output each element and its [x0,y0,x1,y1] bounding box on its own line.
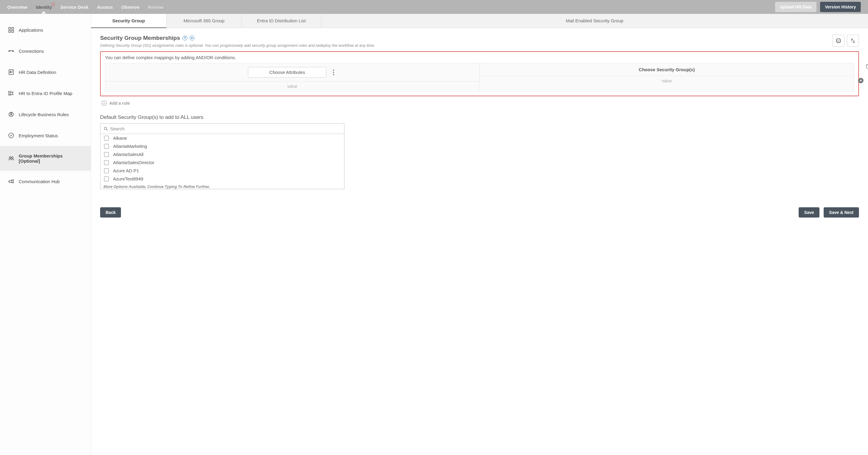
group-option[interactable]: AtlantaMarketing [100,142,344,150]
sidebar-item-label: HR Data Definition [19,70,56,75]
svg-rect-1 [12,27,13,29]
megaphone-icon [8,178,14,185]
sidebar-item-employment-status[interactable]: Employment Status [0,125,91,146]
more-options-note: More Options Available, Continue Typing … [100,183,344,189]
rule-hint-text: You can define complex mappings by addin… [105,55,854,60]
main-content: Security GroupMicrosoft 365 GroupEntra I… [91,14,868,455]
add-group-value-icon[interactable]: + [858,78,864,83]
choose-groups-heading: Choose Security Group(s) [639,67,695,72]
group-option-checkbox[interactable] [104,169,109,173]
swap-arrows-button[interactable] [847,35,859,47]
group-option[interactable]: Alkane [100,134,344,142]
topnav-item-identity[interactable]: Identity! [36,1,52,13]
svg-marker-15 [191,37,193,39]
sidebar-item-label: HR to Entra ID Profile Map [19,91,72,96]
sidebar-item-communication-hub[interactable]: Communication Hub [0,171,91,192]
subtab-security-group[interactable]: Security Group [91,14,166,28]
connections-icon [8,48,14,54]
add-rule-label: Add a rule [109,101,130,105]
group-option[interactable]: AtlantaSalesAll [100,150,344,158]
plus-circle-icon: + [101,100,107,106]
section-description: Defining Security Group (SG) assignments… [100,43,375,48]
group-option-checkbox[interactable] [104,144,109,149]
section-title: Security Group Memberships [100,35,180,41]
svg-point-5 [13,51,14,52]
sidebar-item-connections[interactable]: Connections [0,40,91,62]
sidebar-item-lifecycle-business-rules[interactable]: Lifecycle Business Rules [0,104,91,125]
attribute-menu-icon[interactable] [331,70,337,75]
sidebar-item-hr-data-definition[interactable]: HR Data Definition [0,62,91,83]
subtab-entra-id-distribution-list[interactable]: Entra ID Distribution List [242,14,321,28]
svg-point-12 [9,133,14,138]
choose-attributes-button[interactable]: Choose Attributes [248,67,326,78]
topnav-item-access[interactable]: Access [97,1,113,13]
sidebar-item-label: Lifecycle Business Rules [19,112,69,117]
search-icon [103,126,108,131]
subtabs: Security GroupMicrosoft 365 GroupEntra I… [91,14,868,28]
topnav-item-review[interactable]: Review [148,1,163,13]
sidebar-item-group-memberships-optional-[interactable]: Group Memberships [Optional] [0,146,91,171]
back-button[interactable]: Back [100,207,121,217]
svg-rect-3 [12,30,13,32]
group-option-label: AtlantaSalesAll [113,152,144,157]
sidebar-item-label: Employment Status [19,133,58,138]
save-button[interactable]: Save [799,207,819,217]
topnav-item-observe[interactable]: Observe [121,1,140,13]
group-option-label: Alkane [113,135,127,141]
group-value-placeholder[interactable]: value + [480,76,854,86]
group-option-checkbox[interactable] [104,152,109,157]
ai-chip-button[interactable]: AI [832,35,844,47]
group-option[interactable]: Azure AD P1 [100,166,344,175]
save-next-button[interactable]: Save & Next [824,207,859,217]
sidebar: ApplicationsConnectionsHR Data Definitio… [0,14,91,455]
svg-rect-9 [9,94,11,95]
svg-rect-8 [9,91,11,93]
svg-point-11 [10,113,12,114]
top-nav: OverviewIdentity!Service DeskAccessObser… [7,1,775,13]
profile-map-icon [8,90,14,96]
topbar-actions: Upload HR Data Version History [775,2,861,12]
default-groups-heading: Default Security Group(s) to add to ALL … [100,114,859,120]
help-icon[interactable]: ? [183,36,187,40]
attribute-value-placeholder[interactable]: value [105,81,479,91]
group-search-input[interactable] [110,126,341,131]
svg-point-14 [11,157,13,159]
topnav-item-service-desk[interactable]: Service Desk [60,1,88,13]
add-rule-button[interactable]: + Add a rule [101,100,858,106]
group-option-label: AzureTest8949 [113,176,143,181]
svg-point-4 [9,51,10,52]
sidebar-item-hr-to-entra-id-profile-map[interactable]: HR to Entra ID Profile Map [0,83,91,104]
group-option-label: Azure AD P1 [113,168,139,173]
svg-point-7 [10,71,11,72]
topnav-item-overview[interactable]: Overview [7,1,27,13]
sidebar-item-label: Communication Hub [19,179,60,184]
rule-table: Choose Attributes value Choose Security … [105,63,854,91]
group-option-checkbox[interactable] [104,177,109,181]
group-option-label: AtlantaSalesDirector [113,160,154,165]
hr-data-icon [8,69,14,75]
top-bar: OverviewIdentity!Service DeskAccessObser… [0,0,868,14]
svg-point-18 [104,127,107,129]
status-icon [8,132,14,139]
svg-rect-0 [9,27,10,29]
svg-point-13 [9,157,11,159]
sidebar-item-applications[interactable]: Applications [0,19,91,40]
group-option-label: AtlantaMarketing [113,144,147,149]
upload-hr-data-button[interactable]: Upload HR Data [775,2,817,12]
alert-badge-icon: ! [51,3,55,6]
play-video-icon[interactable] [190,36,194,40]
sidebar-item-label: Applications [19,27,43,33]
lifecycle-icon [8,111,14,118]
version-history-button[interactable]: Version History [820,2,861,12]
sidebar-item-label: Group Memberships [Optional] [19,153,83,163]
subtab-microsoft-365-group[interactable]: Microsoft 365 Group [166,14,242,28]
group-picker: AlkaneAtlantaMarketingAtlantaSalesAllAtl… [100,123,344,189]
groups-icon [8,155,14,162]
group-options-list[interactable]: AlkaneAtlantaMarketingAtlantaSalesAllAtl… [100,134,344,189]
delete-rule-icon[interactable] [865,63,868,70]
group-option[interactable]: AzureTest8949 [100,175,344,183]
subtab-mail-enabled-security-group[interactable]: Mail Enabled Security Group [321,14,868,28]
group-option-checkbox[interactable] [104,136,109,141]
group-option[interactable]: AtlantaSalesDirector [100,158,344,166]
group-option-checkbox[interactable] [104,160,109,165]
